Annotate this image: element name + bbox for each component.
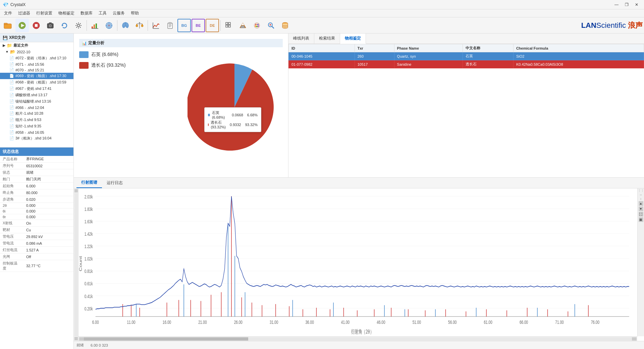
toolbar-search-zoom[interactable]: [264, 19, 278, 32]
scroll-up[interactable]: [74, 189, 78, 192]
file-lithium[interactable]: 📄 磷酸铁锂.shd 13:17: [0, 92, 73, 98]
svg-rect-36: [226, 25, 228, 27]
ctrl-grid[interactable]: ▦: [639, 217, 643, 222]
ctrl-expand[interactable]: ⛶: [639, 212, 643, 217]
toolbar-de[interactable]: DE: [206, 19, 219, 32]
tree-2022-folder[interactable]: ▼ 📂 2022-10: [0, 49, 73, 55]
bottom-tab-log[interactable]: 运行日志: [102, 178, 127, 188]
menu-tools[interactable]: 工具: [96, 10, 109, 17]
svg-text:26.00: 26.00: [234, 319, 243, 325]
svg-text:76.00: 76.00: [591, 319, 599, 325]
svg-rect-13: [94, 24, 95, 28]
file-3ash[interactable]: 📄 3#（粗灰）.shd 16:04: [0, 135, 73, 141]
ctrl-arrows-h[interactable]: ↔: [639, 193, 642, 196]
recent-folder-icon: 📁: [7, 43, 12, 48]
file-coarse1[interactable]: 📄 粗片-1.shd 10:28: [0, 110, 73, 117]
scroll-down[interactable]: [74, 337, 78, 340]
file-thin1[interactable]: 📄 细片-1.shd 9:53: [0, 117, 73, 123]
status-value-filament: 1.527 A: [23, 247, 73, 253]
legend-sanidine-box: [79, 62, 89, 69]
maximize-button[interactable]: ❐: [622, 1, 631, 8]
legend-quartz-label: 石英 (6.68%): [91, 52, 118, 58]
menu-scan-settings[interactable]: 行射设置: [34, 10, 55, 17]
svg-text:Count: Count: [78, 256, 83, 271]
toolbar-palette[interactable]: [250, 19, 264, 32]
file-coarse1-name: 粗片-1.shd 10:28: [15, 111, 43, 116]
table-row-sanidine[interactable]: 01-077-0982 10517 Sanidine 透长石 K0.42Na0.…: [289, 60, 644, 68]
file-071[interactable]: 📄 #071 - .shd 15:56: [0, 61, 73, 67]
menu-cloud[interactable]: 云服务: [110, 10, 127, 17]
toolbar-clipboard[interactable]: [163, 19, 177, 32]
tooltip-quartz-value: 0.0668: [232, 113, 243, 117]
toolbar-stop[interactable]: [30, 19, 43, 32]
status-label-2theta: 2θ: [0, 203, 23, 209]
toolbar-grid[interactable]: [222, 19, 235, 32]
menu-filter[interactable]: 过滤器: [15, 10, 33, 17]
bottom-tab-diffraction[interactable]: 行射图谱: [76, 178, 102, 188]
status-row-start-angle: 起始角6.000: [0, 183, 73, 189]
status-label-door: 舱门: [0, 176, 23, 183]
file-066[interactable]: 📄 #066 - .shd 12:04: [0, 105, 73, 110]
menu-file[interactable]: 文件: [1, 10, 15, 17]
status-label-xray: X射线: [0, 220, 23, 227]
toolbar-database-icon[interactable]: [278, 19, 292, 32]
brand-chinese: 浪声: [628, 21, 643, 30]
file-needle1[interactable]: 📄 短针-1.shd 9:35: [0, 123, 73, 129]
status-label-current: 管电流: [0, 240, 23, 247]
td-sanidine-cn: 透长石: [463, 60, 513, 68]
tree-recent-folder[interactable]: ▶ 📁 最近文件: [0, 42, 73, 49]
tooltip-quartz-pct: 6.68%: [247, 113, 258, 117]
file-ncm[interactable]: 📄 镍钴锰酸锂.shd 13:16: [0, 98, 73, 105]
file-069[interactable]: 📄 #069 - 瓷砖（釉面）.shd 17:30: [0, 73, 73, 79]
ctrl-down[interactable]: ▼: [639, 207, 643, 211]
file-072[interactable]: 📄 #072 - 瓷砖（坯体）.shd 17:10: [0, 55, 73, 61]
svg-point-45: [255, 25, 256, 27]
file-058[interactable]: 📄 #058 - .shd 16:05: [0, 129, 73, 135]
file-070[interactable]: 📄 #070 - .shd 15:21: [0, 67, 73, 73]
svg-text:46.00: 46.00: [377, 319, 385, 325]
scroll-left[interactable]: [79, 337, 84, 341]
status-label-theta-i: θi: [0, 209, 23, 214]
svg-text:21.00: 21.00: [198, 319, 207, 325]
minimize-button[interactable]: —: [612, 1, 621, 8]
toolbar-open[interactable]: [1, 19, 15, 32]
toolbar-target[interactable]: [102, 19, 116, 32]
menu-help[interactable]: 帮助: [128, 10, 142, 17]
ctrl-up[interactable]: ▲: [639, 201, 643, 206]
toolbar-play[interactable]: [15, 19, 29, 32]
file-068[interactable]: 📄 #068 - 瓷砖（粗面）.shd 10:59: [0, 79, 73, 85]
tab-phase-id[interactable]: 物相鉴定: [340, 34, 366, 44]
file-icon-058: 📄: [9, 130, 14, 134]
ctrl-dots[interactable]: ⋮⋮: [638, 189, 644, 192]
scroll-right[interactable]: [632, 337, 637, 341]
close-button[interactable]: ✕: [632, 1, 641, 8]
toolbar-be[interactable]: BE: [192, 19, 205, 32]
menu-database[interactable]: 数据库: [78, 10, 95, 17]
toolbar-snapshot[interactable]: [44, 19, 57, 32]
pie-chart-panel: 📊 定量分析 石英 (6.68%) 透长石 (93.32%): [74, 34, 288, 177]
toolbar-mountain[interactable]: [236, 19, 250, 32]
td-quartz-txr: 260: [355, 52, 394, 60]
ctrl-arrows-v[interactable]: ↕: [640, 197, 642, 200]
file-067[interactable]: 📄 #067 - 瓷砖.shd 17:41: [0, 85, 73, 92]
toolbar-balance[interactable]: [133, 19, 146, 32]
svg-rect-12: [92, 26, 93, 28]
status-row-end-angle: 终止角80.000: [0, 189, 73, 196]
tab-search-result[interactable]: 检索结果: [314, 34, 340, 44]
file-icon-needle1: 📄: [9, 124, 14, 128]
toolbar-bg[interactable]: BG: [177, 19, 191, 32]
file-069-name: #069 - 瓷砖（釉面）.shd 17:30: [15, 73, 66, 78]
file-icon-lithium: 📄: [9, 93, 14, 97]
toolbar-chart[interactable]: [88, 19, 102, 32]
toolbar-trend[interactable]: [149, 19, 163, 32]
menu-phase-id[interactable]: 物相鉴定: [56, 10, 77, 17]
diffraction-chart: 2.03k 1.83k 1.63k 1.42k 1.22k 1.02k 0.81…: [78, 191, 636, 336]
h-scroll-thumb[interactable]: [84, 337, 248, 341]
status-value-step: 0.020: [23, 196, 73, 203]
toolbar-fingerprint[interactable]: [119, 19, 132, 32]
tab-peak-list[interactable]: 峰线列表: [288, 34, 314, 44]
table-row-quartz[interactable]: 00-046-1045 260 Quartz, syn 石英 SiO2: [289, 52, 644, 60]
toolbar-settings[interactable]: [72, 19, 85, 32]
tooltip-quartz-label: 石英 (6.68%): [212, 110, 228, 119]
toolbar-refresh[interactable]: [58, 19, 71, 32]
